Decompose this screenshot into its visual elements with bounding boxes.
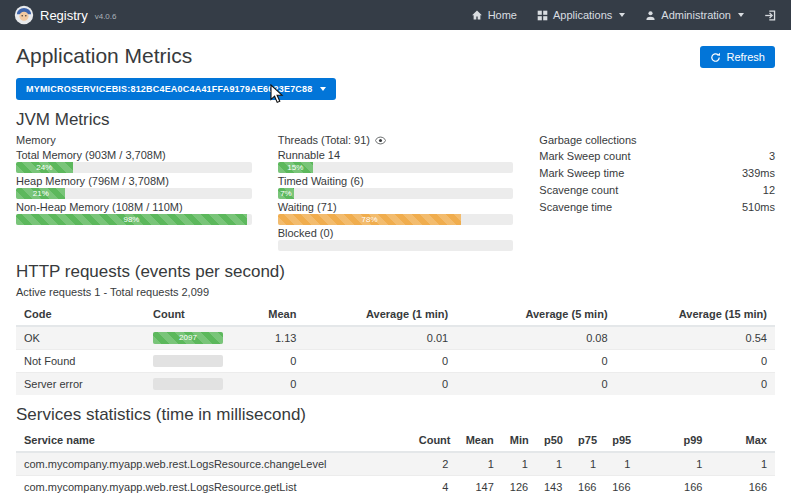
refresh-button[interactable]: Refresh	[700, 46, 775, 68]
progress-bar: 7%	[278, 188, 294, 199]
http-requests-title: HTTP requests (events per second)	[16, 262, 775, 282]
progress-bar-label: 15%	[287, 163, 303, 172]
col-header-mean: Mean	[456, 429, 502, 452]
count-bar-track: 2097	[153, 332, 223, 344]
http-avg1-cell: 0.01	[304, 326, 456, 350]
metric-heap-memory: Heap Memory (796M / 3,708M) 21%	[16, 175, 252, 199]
gc-value: 12	[763, 183, 775, 197]
metric-blocked: Blocked (0)	[278, 227, 514, 251]
service-p50-cell: 143	[536, 476, 570, 499]
http-code-cell: OK	[16, 326, 145, 350]
metric-label: Heap Memory (796M / 3,708M)	[16, 175, 252, 187]
jvm-metrics-grid: Memory Total Memory (903M / 3,708M) 24% …	[16, 133, 775, 252]
service-p75-cell: 1	[570, 452, 604, 476]
http-count-cell	[145, 350, 251, 373]
sign-out-button[interactable]	[764, 9, 777, 22]
progress-track: 21%	[16, 188, 252, 199]
progress-bar-label: 98%	[123, 215, 139, 224]
count-bar: 2097	[153, 332, 223, 344]
service-p95-cell: 166	[604, 476, 638, 499]
garbage-collections-column: Garbage collections Mark Sweep count 3 M…	[539, 133, 775, 252]
service-mean-cell: 1	[456, 452, 502, 476]
service-count-cell: 2	[411, 452, 457, 476]
progress-bar-label: 21%	[33, 189, 49, 198]
metric-label: Waiting (71)	[278, 201, 514, 213]
service-p99-cell: 166	[638, 476, 710, 499]
metric-label: Timed Waiting (6)	[278, 175, 514, 187]
services-statistics-title: Services statistics (time in millisecond…	[16, 405, 775, 425]
col-header-p95: p95	[604, 429, 638, 452]
col-header-max: Max	[710, 429, 775, 452]
service-name-cell: com.mycompany.myapp.web.rest.LogsResourc…	[16, 476, 411, 499]
table-row: com.mycompany.myapp.web.rest.LogsResourc…	[16, 476, 775, 499]
service-p95-cell: 1	[604, 452, 638, 476]
col-header-avg15: Average (15 min)	[616, 303, 775, 326]
col-header-service-name: Service name	[16, 429, 411, 452]
progress-track	[278, 240, 514, 251]
service-max-cell: 1	[710, 452, 775, 476]
metric-label: Total Memory (903M / 3,708M)	[16, 149, 252, 161]
http-avg1-cell: 0	[304, 350, 456, 373]
col-header-min: Min	[502, 429, 536, 452]
count-bar-track	[153, 378, 223, 390]
table-header-row: Service name Count Mean Min p50 p75 p95 …	[16, 429, 775, 452]
chevron-down-icon	[738, 13, 744, 17]
table-row: Not Found 0 0 0 0	[16, 350, 775, 373]
http-requests-summary: Active requests 1 - Total requests 2,099	[16, 286, 775, 299]
instance-selector-dropdown[interactable]: MYMICROSERVICEBIS:812BC4EA0C4A41FFA9179A…	[16, 78, 336, 100]
table-row: OK 2097 1.13 0.01 0.08 0.54	[16, 326, 775, 350]
eye-icon[interactable]	[375, 136, 386, 145]
refresh-icon	[710, 52, 721, 63]
metric-runnable: Runnable 14 15%	[278, 149, 514, 173]
nav-item-label: Home	[488, 9, 517, 21]
nav-item-applications[interactable]: Applications	[537, 9, 625, 21]
registry-logo-icon	[14, 5, 34, 25]
col-header-count: Count	[411, 429, 457, 452]
http-mean-cell: 0	[251, 373, 304, 396]
metric-waiting: Waiting (71) 78%	[278, 201, 514, 225]
progress-bar: 21%	[16, 188, 65, 199]
progress-bar: 78%	[278, 214, 462, 225]
progress-track: 24%	[16, 162, 252, 173]
gc-row: Scavenge count 12	[539, 181, 775, 198]
jvm-metrics-title: JVM Metrics	[16, 110, 775, 130]
service-max-cell: 166	[710, 476, 775, 499]
col-header-code: Code	[16, 303, 145, 326]
table-header-row: Code Count Mean Average (1 min) Average …	[16, 303, 775, 326]
brand-version: v4.0.6	[95, 12, 117, 21]
service-min-cell: 1	[502, 452, 536, 476]
brand-home-link[interactable]: Registry v4.0.6	[14, 5, 116, 25]
nav-item-administration[interactable]: Administration	[645, 9, 744, 21]
progress-bar-label: 7%	[280, 189, 292, 198]
http-mean-cell: 1.13	[251, 326, 304, 350]
table-row: com.mycompany.myapp.web.rest.LogsResourc…	[16, 452, 775, 476]
memory-column: Memory Total Memory (903M / 3,708M) 24% …	[16, 133, 252, 252]
gc-label: Scavenge time	[539, 200, 612, 214]
col-header-p50: p50	[536, 429, 570, 452]
progress-bar-label: 78%	[362, 215, 378, 224]
progress-bar: 15%	[278, 162, 313, 173]
applications-icon	[537, 10, 548, 21]
service-min-cell: 126	[502, 476, 536, 499]
gc-value: 510ms	[742, 200, 775, 214]
http-count-cell: 2097	[145, 326, 251, 350]
count-bar-track	[153, 355, 223, 367]
service-p50-cell: 1	[536, 452, 570, 476]
service-mean-cell: 147	[456, 476, 502, 499]
gc-value: 339ms	[742, 166, 775, 180]
http-count-cell	[145, 373, 251, 396]
threads-caption: Threads (Total: 91)	[278, 133, 370, 147]
metric-nonheap-memory: Non-Heap Memory (108M / 110M) 98%	[16, 201, 252, 225]
metric-label: Non-Heap Memory (108M / 110M)	[16, 201, 252, 213]
http-avg5-cell: 0	[456, 373, 615, 396]
nav-item-home[interactable]: Home	[471, 9, 517, 21]
http-avg1-cell: 0	[304, 373, 456, 396]
services-statistics-table: Service name Count Mean Min p50 p75 p95 …	[16, 429, 775, 498]
chevron-down-icon	[619, 13, 625, 17]
gc-label: Scavenge count	[539, 183, 618, 197]
garbage-caption: Garbage collections	[539, 133, 775, 147]
administration-icon	[645, 10, 656, 21]
progress-track: 15%	[278, 162, 514, 173]
memory-caption: Memory	[16, 133, 252, 147]
progress-track: 98%	[16, 214, 252, 225]
